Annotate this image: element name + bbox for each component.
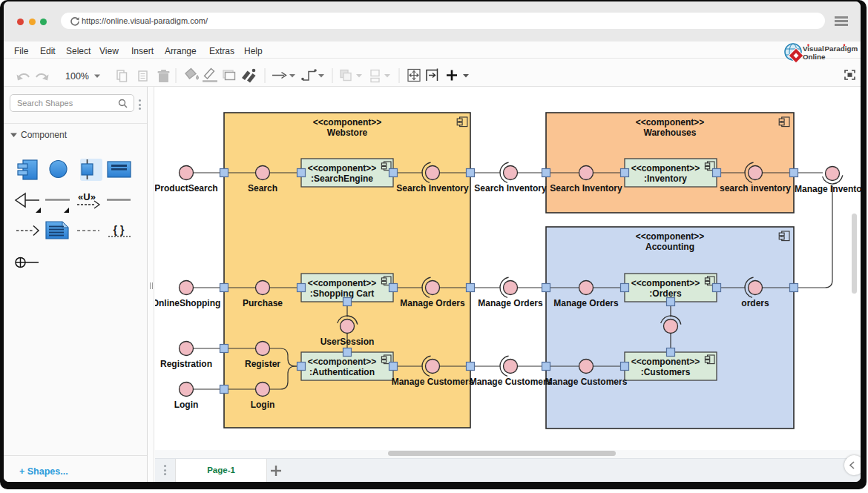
svg-text:<<component>>: <<component>> [308,163,377,173]
svg-text:Manage Orders: Manage Orders [553,298,619,308]
svg-text:Warehouses: Warehouses [644,128,697,138]
svg-text:<<component>>: <<component>> [313,117,382,128]
svg-text::Customers: :Customers [641,367,691,377]
svg-text:<<component>>: <<component>> [636,231,705,242]
svg-text:Manage Customers: Manage Customers [470,377,552,387]
svg-text:Purchase: Purchase [243,298,283,308]
svg-text:Login: Login [251,400,275,410]
svg-text:Visual: Visual [803,44,824,53]
svg-text:UserSession: UserSession [320,337,375,347]
svg-text:<<component>>: <<component>> [631,163,700,173]
svg-text::Inventory: :Inventory [644,173,687,184]
svg-text:Manage Customers: Manage Customers [392,377,474,387]
svg-text:ProductSearch: ProductSearch [155,183,218,193]
svg-text:Register: Register [245,359,280,369]
svg-text:orders: orders [741,298,769,308]
svg-text::Shopping Cart: :Shopping Cart [310,288,375,299]
svg-text:Search Inventory: Search Inventory [550,183,622,193]
svg-text:Manage Orders: Manage Orders [478,298,543,308]
svg-text:Accounting: Accounting [645,242,694,252]
svg-text:Manage Customers: Manage Customers [545,377,628,387]
svg-text:<<component>>: <<component>> [631,357,700,367]
svg-text:Paradigm: Paradigm [825,44,858,53]
svg-text:«U»: «U» [78,191,96,202]
svg-text:Search Inventory: Search Inventory [474,183,547,193]
svg-text::SearchEngine: :SearchEngine [311,173,373,184]
svg-text:100%: 100% [65,71,89,82]
svg-text:<<component>>: <<component>> [636,117,705,128]
svg-text::Orders: :Orders [649,288,682,299]
svg-text:<<component>>: <<component>> [631,278,700,288]
svg-text:search inventory: search inventory [720,183,791,193]
svg-text:Online: Online [803,53,826,61]
svg-text:{ }: { } [114,224,125,236]
svg-text:Manage Inventory: Manage Inventory [795,184,861,194]
svg-text:OnlineShopping: OnlineShopping [155,298,220,308]
svg-text::Authentication: :Authentication [309,367,375,377]
svg-text:Search Inventory: Search Inventory [396,183,469,193]
svg-text:Search: Search [248,183,277,193]
svg-text:Manage Orders: Manage Orders [400,298,465,308]
svg-text:Login: Login [174,400,199,410]
svg-text:Webstore: Webstore [327,128,368,138]
svg-text:<<component>>: <<component>> [308,278,377,288]
svg-text:<<component>>: <<component>> [308,357,377,367]
svg-text:Registration: Registration [160,359,212,369]
